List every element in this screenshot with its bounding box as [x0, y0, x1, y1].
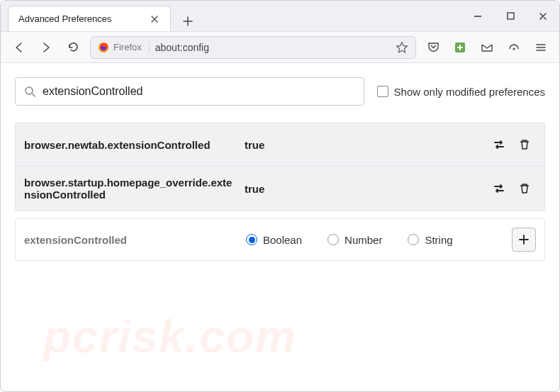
pref-value: true [245, 183, 476, 195]
radio-icon [246, 234, 257, 245]
new-pref-name: extensionControlled [24, 234, 233, 246]
bookmark-star-icon[interactable] [396, 41, 408, 54]
vpn-icon[interactable] [504, 38, 524, 57]
reload-button[interactable] [63, 38, 83, 57]
checkbox-icon [377, 86, 388, 97]
url-text: about:config [155, 42, 390, 53]
back-button[interactable] [9, 38, 29, 57]
radio-icon [408, 234, 419, 245]
close-icon[interactable] [149, 13, 160, 25]
search-box[interactable] [15, 77, 364, 106]
maximize-button[interactable] [494, 1, 527, 32]
minimize-button[interactable] [461, 1, 494, 32]
identity-label: Firefox [113, 42, 142, 52]
svg-rect-0 [508, 13, 514, 19]
delete-button[interactable] [513, 133, 536, 156]
toggle-button[interactable] [488, 177, 510, 200]
menu-button[interactable] [531, 38, 551, 57]
pref-row[interactable]: browser.newtab.extensionControlled true [16, 123, 544, 166]
search-input[interactable] [43, 85, 355, 98]
search-row: Show only modified preferences [15, 77, 545, 106]
add-button[interactable] [512, 228, 536, 252]
radio-number[interactable]: Number [327, 234, 382, 246]
pref-name: browser.newtab.extensionControlled [24, 139, 233, 151]
mail-icon[interactable] [477, 38, 497, 57]
close-window-button[interactable] [527, 1, 559, 32]
radio-boolean[interactable]: Boolean [246, 234, 302, 246]
identity-box[interactable]: Firefox [98, 42, 150, 53]
url-bar[interactable]: Firefox about:config [90, 36, 416, 59]
show-modified-checkbox[interactable]: Show only modified preferences [377, 86, 545, 98]
about-config-content: Show only modified preferences browser.n… [1, 63, 559, 261]
pref-value: true [245, 139, 476, 151]
radio-label: String [425, 234, 452, 246]
type-radios: Boolean Number String [246, 234, 453, 246]
pref-actions [488, 133, 536, 156]
radio-string[interactable]: String [408, 234, 452, 246]
pref-list: browser.newtab.extensionControlled true … [15, 123, 545, 211]
pref-name: browser.startup.homepage_override.extens… [24, 177, 233, 201]
nav-toolbar: Firefox about:config [1, 32, 559, 63]
pref-row[interactable]: browser.startup.homepage_override.extens… [16, 166, 544, 211]
svg-point-4 [513, 47, 515, 50]
titlebar: Advanced Preferences [1, 1, 559, 32]
search-icon [24, 86, 35, 97]
tab-strip: Advanced Preferences [1, 1, 461, 31]
tab-title: Advanced Preferences [18, 13, 112, 24]
new-tab-button[interactable] [178, 11, 198, 31]
browser-tab[interactable]: Advanced Preferences [8, 6, 171, 31]
radio-label: Boolean [263, 234, 302, 246]
new-pref-row: extensionControlled Boolean Number Strin… [15, 218, 545, 261]
pref-actions [488, 177, 536, 200]
firefox-icon [98, 42, 109, 53]
forward-button[interactable] [36, 38, 56, 57]
pocket-icon[interactable] [423, 38, 443, 57]
radio-icon [327, 234, 339, 245]
toggle-button[interactable] [488, 133, 510, 156]
extension-icon[interactable] [450, 38, 470, 57]
checkbox-label: Show only modified preferences [394, 86, 545, 98]
radio-label: Number [345, 234, 382, 246]
delete-button[interactable] [513, 177, 536, 200]
window-controls [461, 1, 559, 31]
watermark: pcrisk.com [43, 310, 297, 363]
